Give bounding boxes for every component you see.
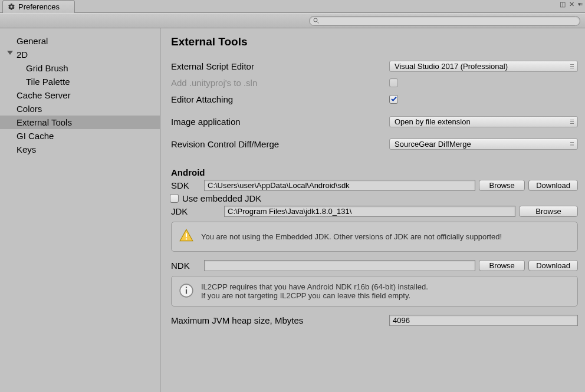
sidebar-item-cache-server[interactable]: Cache Server	[0, 88, 160, 102]
gear-icon	[8, 3, 15, 11]
label-ndk: NDK	[171, 261, 201, 271]
sidebar-item-label: External Tools	[17, 117, 72, 127]
jdk-warning-box: You are not using the Embedded JDK. Othe…	[171, 222, 578, 252]
sidebar-item-label: 2D	[17, 50, 28, 60]
browse-ndk-button[interactable]: Browse	[479, 260, 525, 271]
input-jdk-path[interactable]	[224, 206, 515, 217]
dropdown-external-script-editor[interactable]: Visual Studio 2017 (Professional)	[389, 61, 578, 72]
sidebar-item-label: General	[17, 36, 48, 46]
row-image-application: Image application Open by file extension	[171, 114, 578, 129]
dropdown-value: Open by file extension	[395, 117, 471, 126]
warning-icon	[179, 228, 194, 245]
checkbox-add-unityproj	[389, 78, 398, 87]
row-revision-control: Revision Control Diff/Merge SourceGear D…	[171, 137, 578, 151]
section-title-android: Android	[171, 167, 578, 177]
sidebar-item-keys[interactable]: Keys	[0, 143, 160, 156]
row-external-script-editor: External Script Editor Visual Studio 201…	[171, 59, 578, 73]
ndk-info-text: IL2CPP requires that you have Android ND…	[201, 282, 428, 300]
tab-title: Preferences	[18, 2, 60, 11]
sidebar-item-general[interactable]: General	[0, 34, 160, 48]
svg-line-1	[317, 21, 319, 23]
download-ndk-button[interactable]: Download	[528, 260, 578, 271]
toolbar	[0, 13, 585, 28]
chevron-down-icon[interactable]	[7, 51, 13, 55]
browse-jdk-button[interactable]: Browse	[519, 206, 578, 217]
svg-rect-2	[186, 233, 187, 238]
sidebar-item-external-tools[interactable]: External Tools	[0, 116, 160, 129]
content: External Tools External Script Editor Vi…	[160, 28, 585, 392]
sidebar-item-colors[interactable]: Colors	[0, 102, 160, 116]
input-heap[interactable]	[389, 315, 578, 326]
row-sdk: SDK Browse Download	[171, 180, 578, 191]
label-revision-control: Revision Control Diff/Merge	[171, 139, 389, 149]
label-editor-attaching: Editor Attaching	[171, 94, 389, 104]
info-icon	[179, 283, 194, 300]
ndk-info-box: IL2CPP requires that you have Android ND…	[171, 276, 578, 307]
body: General 2D Grid Brush Tile Palette Cache…	[0, 28, 585, 392]
sidebar-item-label: GI Cache	[17, 131, 54, 141]
sidebar-item-label: Colors	[17, 104, 42, 114]
svg-rect-6	[186, 286, 187, 288]
svg-point-0	[314, 18, 317, 22]
page-title: External Tools	[171, 35, 578, 48]
checkbox-embedded-jdk[interactable]	[170, 194, 179, 203]
close-icon[interactable]: ✕	[569, 1, 574, 8]
label-external-script-editor: External Script Editor	[171, 61, 389, 71]
row-ndk: NDK Browse Download	[171, 260, 578, 271]
preferences-window: Preferences ◫ ✕ ▾≡ General 2D Grid Brush…	[0, 0, 585, 392]
label-heap: Maximum JVM heap size, Mbytes	[171, 315, 389, 325]
sidebar-item-grid-brush[interactable]: Grid Brush	[0, 61, 160, 75]
label-image-application: Image application	[171, 117, 389, 127]
search-input[interactable]	[309, 16, 580, 26]
label-add-unityproj: Add .unityproj's to .sln	[171, 78, 389, 88]
dropdown-value: Visual Studio 2017 (Professional)	[395, 62, 508, 71]
label-embedded-jdk: Use embedded JDK	[182, 193, 261, 203]
label-sdk: SDK	[171, 180, 201, 190]
input-ndk-path[interactable]	[204, 260, 475, 271]
download-sdk-button[interactable]: Download	[528, 180, 578, 191]
svg-rect-5	[186, 289, 187, 294]
sidebar: General 2D Grid Brush Tile Palette Cache…	[0, 28, 160, 392]
titlebar: Preferences ◫ ✕ ▾≡	[0, 0, 585, 13]
search-icon	[313, 17, 320, 24]
sidebar-item-gi-cache[interactable]: GI Cache	[0, 129, 160, 143]
sidebar-item-label: Grid Brush	[26, 63, 68, 73]
browse-sdk-button[interactable]: Browse	[479, 180, 525, 191]
checkbox-editor-attaching[interactable]	[389, 95, 398, 104]
input-sdk-path[interactable]	[204, 180, 475, 191]
tab-preferences[interactable]: Preferences	[2, 0, 75, 13]
sidebar-item-label: Cache Server	[17, 90, 71, 100]
dropdown-value: SourceGear DiffMerge	[395, 140, 471, 149]
sidebar-item-label: Keys	[17, 144, 36, 154]
dropdown-image-application[interactable]: Open by file extension	[389, 116, 578, 127]
label-jdk: JDK	[171, 206, 221, 216]
sidebar-item-2d[interactable]: 2D	[0, 48, 160, 61]
ndk-info-line1: IL2CPP requires that you have Android ND…	[201, 282, 428, 291]
jdk-warning-text: You are not using the Embedded JDK. Othe…	[201, 232, 502, 241]
check-icon	[390, 95, 397, 103]
menu-icon[interactable]: ▾≡	[578, 2, 581, 7]
row-add-unityproj: Add .unityproj's to .sln	[171, 75, 578, 90]
dock-icon[interactable]: ◫	[560, 1, 566, 8]
row-embedded-jdk: Use embedded JDK	[170, 193, 578, 203]
ndk-info-line2: If you are not targeting IL2CPP you can …	[201, 291, 410, 300]
row-heap: Maximum JVM heap size, Mbytes	[171, 315, 578, 326]
sidebar-item-tile-palette[interactable]: Tile Palette	[0, 75, 160, 88]
svg-rect-3	[186, 238, 187, 239]
row-editor-attaching: Editor Attaching	[171, 92, 578, 106]
sidebar-item-label: Tile Palette	[26, 77, 70, 87]
row-jdk: JDK Browse	[171, 206, 578, 217]
dropdown-revision-control[interactable]: SourceGear DiffMerge	[389, 139, 578, 150]
search-wrap	[309, 16, 580, 26]
